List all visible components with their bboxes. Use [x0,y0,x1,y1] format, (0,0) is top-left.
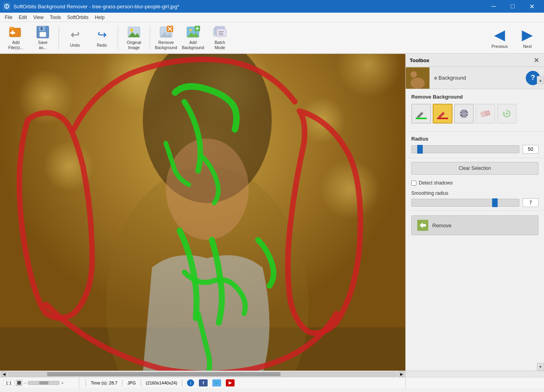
batch-mode-icon [213,25,227,39]
svg-point-38 [320,159,380,219]
app-icon [3,3,10,10]
svg-marker-62 [503,111,505,114]
remove-background-button[interactable]: RemoveBackground [153,24,179,51]
magic-wand-tool[interactable] [454,104,474,124]
remove-arrow-icon [419,221,427,229]
eraser-tool[interactable] [475,104,495,124]
restore-tool[interactable] [497,104,517,124]
photo-background [0,54,405,371]
dimensions-label: (2160x1440x24) [146,381,178,385]
undo-button[interactable]: ↩ Undo [62,24,88,51]
previous-label: Previous [492,44,508,49]
scroll-left-button[interactable]: ◀ [1,371,7,377]
canvas-area[interactable] [0,54,405,371]
facebook-button[interactable]: f [199,379,208,386]
title-bar-left: SoftOrbits Background Remover - tree-gra… [3,3,179,10]
rb-section: Remove Background [406,89,544,132]
zoom-fit-button[interactable]: ⊞ [16,380,22,386]
detect-shadows-checkbox[interactable] [411,181,416,186]
menu-view[interactable]: View [30,13,47,22]
menu-help[interactable]: Help [92,13,108,22]
minimize-button[interactable]: ─ [485,0,503,13]
svg-rect-4 [10,27,14,29]
svg-rect-46 [417,112,424,118]
detect-shadows-label[interactable]: Detect shadows [419,180,452,186]
batch-mode-button[interactable]: BatchMode [207,24,233,51]
status-info: Time (s): 28.7 JPG (2160x1440x24) i f 🐦 … [79,377,405,388]
original-image-label: OriginalImage [127,40,141,50]
h-scrollbar-track[interactable] [8,372,397,377]
mark-foreground-tool[interactable] [411,104,431,124]
add-background-button[interactable]: AddBackground [180,24,206,51]
zoom-slider-thumb[interactable] [39,381,48,384]
add-background-label: AddBackground [182,40,204,50]
menu-edit[interactable]: Edit [15,13,30,22]
zoom-area: 1:1 ⊞ − + [0,377,79,388]
smoothing-slider[interactable] [411,199,519,207]
rb-header-text: e Background [434,75,466,81]
menu-softorbits[interactable]: SoftOrbits [64,13,92,22]
radius-slider-row: 50 [411,145,538,154]
maximize-button[interactable]: □ [504,0,522,13]
radius-value[interactable]: 50 [523,145,538,154]
window-title: SoftOrbits Background Remover - tree-gra… [13,4,179,10]
redo-button[interactable]: ↪ Redo [89,24,115,51]
save-as-button[interactable]: Saveas... [30,24,55,51]
nav-section: ◀ Previous ▶ Next [486,24,541,51]
status-sep-3 [141,379,141,386]
clear-selection-button[interactable]: Clear Selection [411,162,538,175]
radius-slider-thumb[interactable] [417,145,423,154]
add-files-button[interactable]: AddFile(s)... [3,24,29,51]
menu-file[interactable]: File [2,13,15,22]
mark-background-tool[interactable] [433,104,452,124]
original-image-button[interactable]: OriginalImage [121,24,147,51]
undo-label: Undo [70,43,80,48]
toolbox-scroll-up[interactable]: ▲ [537,76,544,84]
h-scrollbar-thumb[interactable] [47,372,281,376]
toolbar: AddFile(s)... Saveas... ↩ Undo ↪ Redo [0,22,544,54]
twitter-button[interactable]: 🐦 [212,379,221,386]
svg-point-32 [19,70,74,125]
main-area: Toolbox ✕ e Background ? ▲ Remove Bac [0,54,544,371]
svg-rect-48 [416,118,427,119]
close-button[interactable]: ✕ [523,0,541,13]
remove-button[interactable]: Remove [411,215,538,235]
add-files-label: AddFile(s)... [8,40,23,50]
svg-rect-49 [438,112,445,118]
svg-point-45 [410,78,425,89]
remove-label: Remove [432,223,451,228]
previous-button[interactable]: ◀ Previous [486,24,513,51]
svg-rect-9 [40,32,46,37]
toolbox-panel: Toolbox ✕ e Background ? ▲ Remove Bac [405,54,544,371]
add-files-icon [9,25,23,39]
title-bar: SoftOrbits Background Remover - tree-gra… [0,0,544,13]
toolbox-scroll-down[interactable]: ▼ [537,363,544,371]
radius-label: Radius [411,136,538,142]
original-image-icon [127,25,141,39]
menu-tools[interactable]: Tools [47,13,64,22]
green-pencil-icon [416,108,427,119]
h-scrollbar: ◀ ▶ [0,371,405,377]
remove-background-label: RemoveBackground [155,40,177,50]
toolbar-sep-3 [150,26,150,49]
svg-point-20 [189,29,192,31]
toolbox-close-button[interactable]: ✕ [532,56,540,64]
red-pencil-icon [437,108,448,119]
youtube-button[interactable]: ▶ [226,379,235,386]
zoom-minus-icon: − [24,381,26,385]
eraser-icon [480,108,491,119]
window-controls: ─ □ ✕ [485,0,541,13]
info-button[interactable]: i [187,379,194,386]
zoom-slider[interactable] [28,381,59,385]
svg-rect-51 [437,118,448,119]
next-label: Next [523,44,532,49]
svg-point-63 [506,112,508,115]
radius-slider[interactable] [411,145,519,153]
smoothing-value[interactable]: 7 [523,198,538,207]
scroll-right-button[interactable]: ▶ [398,371,405,377]
smoothing-slider-thumb[interactable] [492,198,498,207]
next-button[interactable]: ▶ Next [514,24,541,51]
redo-icon: ↪ [95,28,109,42]
next-icon: ▶ [522,27,533,43]
status-sep-1 [86,379,86,386]
